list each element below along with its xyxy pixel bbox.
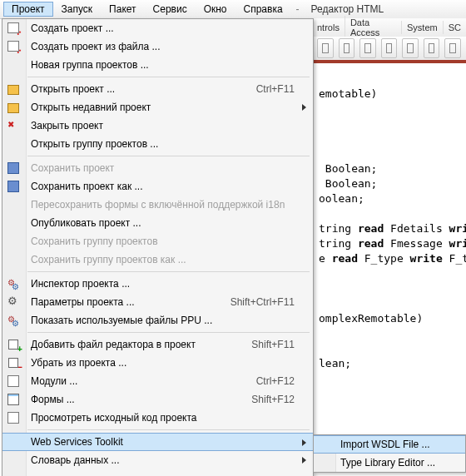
submenu-import-wsdl[interactable]: Import WSDL File ... <box>314 435 465 454</box>
code-line: tring read Fdetails wri <box>319 222 466 235</box>
menu-item-label: Убрать из проекта ... <box>31 357 313 369</box>
menu-save-project: Сохранить проект <box>2 159 313 177</box>
menu-project[interactable]: Проект <box>3 2 53 17</box>
menu-open-project-group[interactable]: Открыть группу проектов ... <box>2 135 313 153</box>
menu-open-project[interactable]: Открыть проект ... Ctrl+F11 <box>2 80 313 98</box>
menu-item-label: Открыть группу проектов ... <box>31 138 313 150</box>
code-line: oolean; <box>319 192 364 205</box>
source-icon <box>7 411 20 424</box>
menu-item-label: Формы ... <box>31 394 251 405</box>
menubar-separator: - <box>291 2 305 17</box>
menu-item-label: Создать проект из файла ... <box>31 41 313 52</box>
menu-modules[interactable]: Модули ... Ctrl+F12 <box>2 372 313 390</box>
menu-item-label: Сохранить проект <box>31 162 313 174</box>
tab-system[interactable]: System <box>401 21 443 34</box>
menu-shortcut: Shift+F11 <box>251 339 313 350</box>
component-tabs: ntrols Data Access System SC <box>312 18 466 37</box>
code-line: tring read Fmessage wri <box>319 237 466 250</box>
menu-save-project-as[interactable]: Сохранить проект как ... <box>2 177 313 196</box>
add-file-icon <box>7 338 20 351</box>
web-services-submenu: Import WSDL File ... Type Library Editor… <box>313 434 466 473</box>
menu-separator <box>27 77 310 77</box>
menu-resave-i18n: Пересохранить формы с включённой поддерж… <box>2 196 313 214</box>
new-project-file-icon <box>7 40 20 53</box>
menu-shortcut: Ctrl+F11 <box>256 83 313 95</box>
tab-sc-partial[interactable]: SC <box>443 21 466 34</box>
tab-controls-partial[interactable]: ntrols <box>312 21 345 34</box>
menu-separator <box>27 271 310 272</box>
menu-item-label: Создать проект ... <box>31 22 313 34</box>
code-line: lean; <box>319 357 351 369</box>
code-editor[interactable]: emotable) Boolean; Boolean; oolean; trin… <box>312 60 466 476</box>
open-recent-icon <box>7 101 20 114</box>
submenu-arrow-icon <box>302 439 306 446</box>
menu-save-group: Сохранить группу проектов <box>2 232 313 250</box>
code-line: Boolean; <box>319 177 377 190</box>
menu-new-project-from-file[interactable]: Создать проект из файла ... <box>2 37 313 56</box>
palette-icon[interactable] <box>381 38 398 58</box>
menu-shortcut: Shift+Ctrl+F11 <box>231 296 313 308</box>
active-editor-title: Редактор HTML <box>305 2 391 17</box>
menu-shortcut: Shift+F12 <box>251 394 313 405</box>
menu-project-options[interactable]: Параметры проекта ... Shift+Ctrl+F11 <box>2 293 313 311</box>
menu-item-label: Опубликовать проект ... <box>31 217 313 229</box>
palette-icon[interactable] <box>317 38 334 58</box>
menu-separator <box>27 429 310 430</box>
submenu-arrow-icon <box>302 457 306 464</box>
menu-item-label: Добавить файл редактора в проект <box>31 339 251 350</box>
remove-file-icon <box>7 356 20 369</box>
menu-item-label: Пересохранить формы с включённой поддерж… <box>31 199 313 211</box>
menu-web-services-toolkit[interactable]: Web Services Toolkit <box>2 433 313 451</box>
inspector-icon <box>7 277 20 290</box>
menu-close-project[interactable]: Закрыть проект <box>2 117 313 135</box>
menu-save-group-as: Сохранить группу проектов как ... <box>2 250 313 269</box>
save-as-icon <box>7 180 20 193</box>
menu-forms[interactable]: Формы ... Shift+F12 <box>2 390 313 409</box>
menu-item-label: Сохранить проект как ... <box>31 181 313 192</box>
ppu-icon <box>7 314 20 327</box>
menu-new-project[interactable]: Создать проект ... <box>2 19 313 37</box>
menu-item-label: Показать используемые файлы PPU ... <box>31 315 313 326</box>
submenu-type-library-editor[interactable]: Type Library Editor ... <box>314 454 465 472</box>
menu-publish-project[interactable]: Опубликовать проект ... <box>2 214 313 232</box>
palette-icon[interactable] <box>359 38 376 58</box>
palette-icon[interactable] <box>424 38 440 58</box>
menu-project-inspector[interactable]: Инспектор проекта ... <box>2 275 313 293</box>
menu-item-label: Сохранить группу проектов как ... <box>31 254 313 265</box>
project-menu-dropdown: Создать проект ... Создать проект из фай… <box>2 18 314 476</box>
menu-show-ppu[interactable]: Показать используемые файлы PPU ... <box>2 311 313 330</box>
menu-remove-file[interactable]: Убрать из проекта ... <box>2 354 313 372</box>
menu-item-label: Открыть недавний проект <box>31 102 313 113</box>
menu-view-source[interactable]: Просмотреть исходный код проекта <box>2 409 313 427</box>
palette-icon[interactable] <box>402 38 419 58</box>
tab-data-access[interactable]: Data Access <box>345 16 401 39</box>
code-line: e read F_type write F_t <box>319 252 466 265</box>
menu-item-label: Закрыть проект <box>31 120 313 131</box>
form-icon <box>7 393 20 406</box>
menu-window[interactable]: Окно <box>196 2 235 17</box>
code-line: omplexRemotable) <box>319 312 423 325</box>
submenu-arrow-icon <box>302 104 306 111</box>
module-icon <box>7 374 20 388</box>
menu-item-label: Web Services Toolkit <box>31 436 313 448</box>
save-icon <box>7 161 20 175</box>
menu-item-label: Type Library Editor ... <box>340 457 435 469</box>
menu-new-project-group[interactable]: Новая группа проектов ... <box>2 56 313 74</box>
menu-separator <box>27 332 310 333</box>
menu-package[interactable]: Пакет <box>101 2 144 17</box>
open-icon <box>7 82 20 96</box>
menu-service[interactable]: Сервис <box>145 2 196 17</box>
menu-add-file[interactable]: Добавить файл редактора в проект Shift+F… <box>2 335 313 354</box>
menu-run[interactable]: Запуск <box>53 2 102 17</box>
menu-help[interactable]: Справка <box>235 2 291 17</box>
menu-open-recent-project[interactable]: Открыть недавний проект <box>2 98 313 117</box>
menu-item-label: Сохранить группу проектов <box>31 236 313 247</box>
menu-data-dictionary[interactable]: Словарь данных ... <box>2 451 313 469</box>
code-line: emotable) <box>319 87 377 100</box>
menu-item-label: Модули ... <box>31 375 256 387</box>
palette-icon[interactable] <box>444 38 461 58</box>
menu-item-label: Новая группа проектов ... <box>31 59 313 71</box>
palette-icon[interactable] <box>339 38 355 58</box>
new-project-icon <box>7 22 20 35</box>
component-palette <box>312 37 466 61</box>
